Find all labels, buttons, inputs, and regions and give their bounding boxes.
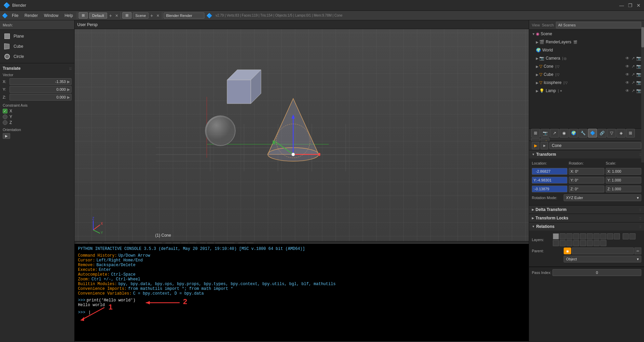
loc-z-field[interactable]: :-0.13879 [532,186,567,192]
select-menu-btn[interactable]: Select [89,243,103,243]
layer-17[interactable] [580,240,586,246]
orientation-select[interactable]: Global [215,243,235,243]
object-menu-btn[interactable]: Object [115,243,129,243]
outliner-item-lamp[interactable]: ▶ 💡 Lamp | ✦ 👁 ↗ 📷 [529,87,644,95]
mesh-item-cube[interactable]: Cube [0,41,74,51]
workspace-label[interactable]: Default [89,13,107,19]
prop-icon-object[interactable]: ↗ [550,129,559,137]
layer-13[interactable] [553,240,559,246]
x-input[interactable]: -1.353 ▶ [9,78,72,85]
layer-11[interactable] [623,233,629,239]
scene-select[interactable]: Scene [133,13,148,19]
mesh-item-circle[interactable]: Circle [0,51,74,62]
layer-2[interactable] [560,233,566,239]
layer-4[interactable] [573,233,579,239]
menu-file[interactable]: File [9,13,21,19]
scrollbar[interactable] [641,27,644,163]
y-input[interactable]: 0.000 ▶ [9,86,72,93]
cube-visibility[interactable]: 👁 [625,72,630,77]
ico-visibility[interactable]: 👁 [625,80,630,85]
prop-icon-texture[interactable]: ⊞ [626,129,635,137]
camera-visibility[interactable]: 👁 [625,56,630,61]
outliner-item-camera[interactable]: ▶ 📷 Camera | ◎ 👁 ↗ 📷 [529,54,644,62]
layer-14[interactable] [560,240,566,246]
pivot-btn[interactable]: ⊙ [207,243,214,243]
view-menu-btn[interactable]: View [76,243,88,243]
constraint-z-radio[interactable] [3,120,7,125]
layer-5[interactable] [580,233,586,239]
layer-15[interactable] [566,240,572,246]
minimize-button[interactable]: — [619,3,624,8]
prop-icon-modifier[interactable]: 🔧 [579,129,587,137]
scrollbar-thumb[interactable] [641,27,644,47]
prop-icon-scene[interactable]: ⊞ [531,129,540,137]
parent-edit-btn[interactable]: ✏ [635,248,641,254]
prop-icon-object-props[interactable]: 🔷 [588,129,597,137]
prop-icon-material[interactable]: ◈ [617,129,625,137]
outliner-item-scene[interactable]: ▼ ◉ Scene [529,30,644,38]
workspace-remove-icon[interactable]: × [114,13,119,18]
parent-icon-btn[interactable]: ◉ [564,248,571,254]
layer-6[interactable] [587,233,593,239]
prop-icon-data[interactable]: ▽ [607,129,616,137]
shading-wire-btn[interactable]: ◎ [173,243,180,243]
menu-help[interactable]: Help [62,13,76,19]
prop-icon-constraint[interactable]: 🔗 [598,129,606,137]
manipulator-btn[interactable]: ↕ [200,243,206,243]
prop-icon-scene2[interactable]: ◉ [560,129,568,137]
layer-7[interactable] [593,233,600,239]
transform-section-header[interactable]: ▼ Transform :: [529,150,644,158]
prop-icon-render[interactable]: 📷 [541,129,549,137]
scale-z-field[interactable]: Z: 1.000 [606,186,641,192]
outliner-item-cone[interactable]: ▶ ▽ Cone | ▽ 👁 ↗ 📷 [529,62,644,70]
layer-8[interactable] [600,233,606,239]
cone-visibility[interactable]: 👁 [625,64,630,69]
parent-type-value[interactable]: Object ▾ [564,256,641,262]
scene-remove[interactable]: × [155,13,161,18]
parent-value-field[interactable] [572,248,634,254]
viewport[interactable]: User Persp [75,20,529,243]
props-icon-btn2[interactable]: ▶ [532,142,539,149]
proportional-btn[interactable]: ◉ [246,243,254,243]
prop-icon-world[interactable]: 🌍 [569,129,578,137]
shading-solid-btn[interactable]: ● [165,243,172,243]
props-nav-btn[interactable]: ▶ [541,142,548,149]
scale-x-field[interactable]: X: 1.000 [606,168,641,175]
layer-18[interactable] [587,240,593,246]
maximize-button[interactable]: ❐ [628,3,632,8]
shading-rendered-btn[interactable]: ◈ [189,243,197,243]
orientation-button[interactable]: ▶ [3,133,10,139]
layer-12[interactable] [629,233,636,239]
scale-y-field[interactable]: Y: 1.000 [606,177,641,184]
shading-texture-btn[interactable]: ⊞ [181,243,188,243]
constraint-x-check[interactable]: ✓ [3,109,7,113]
snap-btn[interactable]: ⊠ [238,243,245,243]
rot-mode-select[interactable]: XYZ Euler ▾ [564,194,641,201]
layer-9[interactable] [607,233,613,239]
lamp-visibility[interactable]: 👁 [625,88,630,93]
outliner-item-cube[interactable]: ▶ ▽ Cube | ▽ 👁 ↗ 📷 [529,70,644,79]
rot-z-field[interactable]: Z: 0° [569,186,604,192]
close-button[interactable]: ✕ [637,3,641,8]
delta-header[interactable]: ▶ Delta Transform :: [529,206,644,214]
rot-x-field[interactable]: X: 0° [569,168,604,175]
workspace-add-icon[interactable]: + [108,13,113,18]
menu-render[interactable]: Render [22,13,40,19]
layer-10[interactable] [614,233,620,239]
render-engine-select[interactable]: Blender Render [164,13,204,19]
menu-window[interactable]: Window [41,13,61,19]
outliner-item-world[interactable]: 🌍 World [529,46,644,54]
loc-y-field[interactable]: Y:-4.98301 [532,177,567,184]
outliner-search[interactable] [556,22,641,28]
layer-1[interactable] [553,233,559,239]
loc-x-field[interactable]: : -2.86827 [532,168,567,175]
z-input[interactable]: 0.000 ▶ [9,94,72,101]
layer-3[interactable] [566,233,572,239]
locks-header[interactable]: ▶ Transform Locks :: [529,214,644,222]
props-name-field[interactable]: Cone [549,142,641,149]
outliner-item-renderlayers[interactable]: ▶ 🎬 RenderLayers 🎬 [529,38,644,46]
object-mode-select[interactable]: Object Mode [133,243,162,243]
scene-add[interactable]: + [149,13,155,18]
rot-y-field[interactable]: Y: 0° [569,177,604,184]
mesh-item-plane[interactable]: Plane [0,31,74,41]
